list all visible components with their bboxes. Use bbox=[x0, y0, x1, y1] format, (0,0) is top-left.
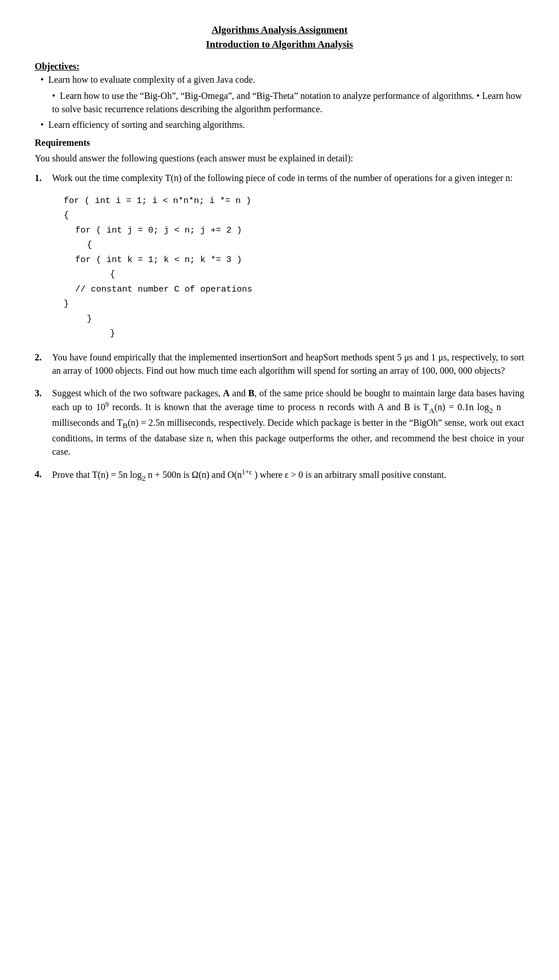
title-line1: Algorithms Analysis Assignment bbox=[35, 23, 524, 38]
code-line-5: for ( int k = 1; k < n; k *= 3 ) bbox=[64, 253, 524, 268]
question-2-number: 2. bbox=[35, 351, 42, 364]
title-block: Algorithms Analysis Assignment Introduct… bbox=[35, 23, 524, 51]
sub-A: A bbox=[429, 406, 435, 415]
questions-list: 1. Work out the time complexity T(n) of … bbox=[35, 171, 524, 484]
code-line-8: } bbox=[64, 297, 524, 312]
objective-item-2: • Learn how to use the “Big-Oh”, “Big-Om… bbox=[41, 89, 524, 116]
objective-text-1: Learn how to evaluate complexity of a gi… bbox=[49, 75, 255, 84]
objectives-section: Objectives: • Learn how to evaluate comp… bbox=[35, 60, 524, 131]
superscript-9: 9 bbox=[105, 400, 109, 408]
bullet-2: • bbox=[52, 91, 56, 101]
question-4-number: 4. bbox=[35, 467, 42, 481]
question-1: 1. Work out the time complexity T(n) of … bbox=[35, 171, 524, 341]
objectives-heading: Objectives: bbox=[35, 61, 79, 71]
code-block-1: for ( int i = 1; i < n*n*n; i *= n ) { f… bbox=[64, 194, 524, 341]
objective-text-3: Learn efficiency of sorting and searchin… bbox=[49, 120, 245, 130]
sub-2-log: 2 bbox=[489, 406, 493, 415]
question-3-number: 3. bbox=[35, 386, 42, 400]
objective-item-3: • Learn efficiency of sorting and search… bbox=[41, 118, 524, 131]
question-1-text: Work out the time complexity T(n) of the… bbox=[52, 171, 524, 185]
code-line-10: } bbox=[64, 326, 524, 341]
question-4: 4. Prove that T(n) = 5n log2 n + 500n is… bbox=[35, 467, 524, 484]
code-line-4: { bbox=[64, 238, 524, 253]
objective-text-2: Learn how to use the “Big-Oh”, “Big-Omeg… bbox=[52, 91, 522, 114]
question-2: 2. You have found empirically that the i… bbox=[35, 351, 524, 377]
question-1-number: 1. bbox=[35, 171, 42, 185]
objective-item-1: • Learn how to evaluate complexity of a … bbox=[41, 73, 524, 86]
question-3: 3. Suggest which of the two software pac… bbox=[35, 386, 524, 458]
question-2-text: You have found empirically that the impl… bbox=[52, 351, 524, 377]
sub-B: B bbox=[123, 421, 128, 430]
page-container: Algorithms Analysis Assignment Introduct… bbox=[35, 23, 524, 484]
objectives-list: • Learn how to evaluate complexity of a … bbox=[35, 73, 524, 131]
code-line-2: { bbox=[64, 208, 524, 223]
code-line-1: for ( int i = 1; i < n*n*n; i *= n ) bbox=[64, 194, 524, 209]
sub-2-q4: 2 bbox=[142, 474, 146, 482]
code-line-9: } bbox=[64, 312, 524, 327]
code-line-7: // constant number C of operations bbox=[64, 282, 524, 297]
package-a: A bbox=[223, 388, 230, 398]
superscript-1eps: 1+ε bbox=[242, 468, 252, 476]
package-b: B bbox=[248, 388, 255, 398]
bullet-1: • bbox=[41, 75, 44, 84]
requirements-heading-text: Requirements bbox=[35, 138, 90, 148]
bullet-3: • bbox=[41, 120, 44, 130]
code-line-6: { bbox=[64, 267, 524, 282]
code-line-3: for ( int j = 0; j < n; j += 2 ) bbox=[64, 223, 524, 238]
requirements-section: Requirements You should answer the follo… bbox=[35, 136, 524, 165]
question-3-text: Suggest which of the two software packag… bbox=[52, 386, 524, 458]
requirements-heading: Requirements bbox=[35, 136, 524, 149]
title-line2: Introduction to Algorithm Analysis bbox=[35, 38, 524, 52]
requirements-intro: You should answer the following question… bbox=[35, 152, 524, 165]
question-4-text: Prove that T(n) = 5n log2 n + 500n is Ω(… bbox=[52, 467, 524, 484]
